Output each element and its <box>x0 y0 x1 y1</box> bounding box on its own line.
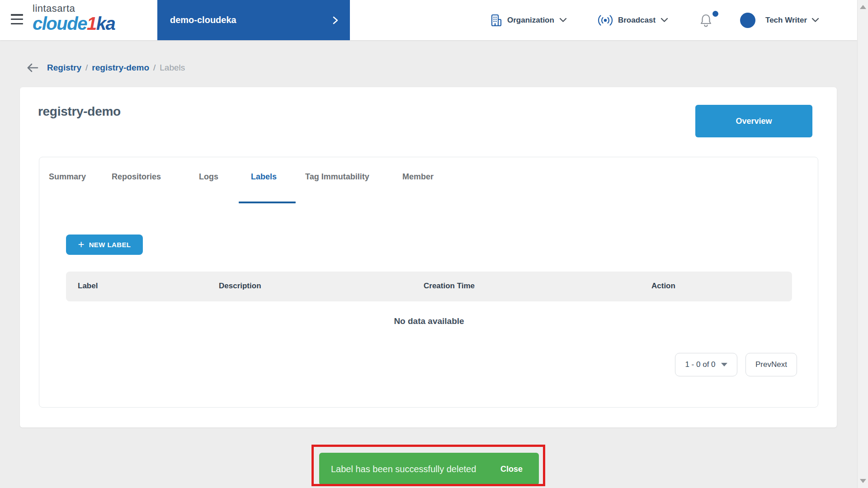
page-range-text: 1 - 0 of 0 <box>685 360 715 369</box>
chevron-right-icon <box>333 16 338 25</box>
column-header-creation-time: Creation Time <box>424 282 475 291</box>
page-title: registry-demo <box>38 104 121 119</box>
tab-summary[interactable]: Summary <box>49 172 86 182</box>
arrow-left-icon <box>25 62 39 73</box>
tab-labels[interactable]: Labels <box>251 172 277 182</box>
breadcrumb: Registry / registry-demo / Labels <box>25 62 185 73</box>
toast-close-button[interactable]: Close <box>500 465 523 474</box>
tab-tag-immutability[interactable]: Tag Immutability <box>305 172 369 182</box>
page-size-dropdown[interactable]: 1 - 0 of 0 <box>675 353 737 376</box>
user-menu[interactable]: Tech Writer <box>740 13 819 28</box>
notifications-button[interactable] <box>700 14 712 27</box>
logo-cloudeka-text: cloude1ka <box>33 14 115 33</box>
broadcast-label: Broadcast <box>618 16 656 25</box>
organization-building-icon <box>491 14 502 27</box>
scroll-up-icon[interactable] <box>860 5 866 9</box>
caret-down-icon <box>721 363 727 366</box>
active-tab-indicator <box>239 202 296 203</box>
project-name: demo-cloudeka <box>170 15 236 25</box>
empty-table-message: No data available <box>66 316 792 326</box>
chevron-down-icon <box>559 18 567 23</box>
hamburger-menu-icon[interactable] <box>11 14 23 24</box>
user-name: Tech Writer <box>765 16 807 25</box>
header-actions: Organization Broadcast <box>491 0 819 40</box>
breadcrumb-registry[interactable]: Registry <box>47 63 81 73</box>
pager-nav: Prev Next <box>745 353 797 376</box>
tab-repositories[interactable]: Repositories <box>112 172 161 182</box>
breadcrumb-labels: Labels <box>160 63 185 73</box>
app-header: lintasarta cloude1ka demo-cloudeka Organ… <box>0 0 857 40</box>
plus-icon: + <box>78 239 85 250</box>
tab-member[interactable]: Member <box>402 172 434 182</box>
scroll-down-icon[interactable] <box>860 479 866 483</box>
column-header-action: Action <box>651 282 675 291</box>
toast-message: Label has been successfully deleted <box>331 464 476 474</box>
back-button[interactable] <box>25 62 39 73</box>
registry-detail-card: registry-demo Overview Summary Repositor… <box>20 87 837 427</box>
breadcrumb-separator: / <box>153 63 156 73</box>
breadcrumb-registry-demo[interactable]: registry-demo <box>92 63 149 73</box>
chevron-down-icon <box>811 18 819 23</box>
broadcast-dropdown[interactable]: Broadcast <box>598 14 668 26</box>
tab-logs[interactable]: Logs <box>199 172 218 182</box>
column-header-label: Label <box>78 282 98 291</box>
logo-lintasarta-text: lintasarta <box>33 4 115 14</box>
chevron-down-icon <box>660 18 668 23</box>
overview-button[interactable]: Overview <box>695 105 812 137</box>
broadcast-icon <box>598 14 613 26</box>
prev-page-button[interactable]: Prev <box>755 360 771 369</box>
success-toast: Label has been successfully deleted Clos… <box>319 453 539 485</box>
avatar <box>740 13 755 28</box>
project-selector[interactable]: demo-cloudeka <box>157 0 350 40</box>
organization-label: Organization <box>507 16 554 25</box>
labels-table-header: Label Description Creation Time Action <box>66 272 792 301</box>
page-scrollbar[interactable] <box>857 0 868 488</box>
breadcrumb-separator: / <box>85 63 88 73</box>
bell-icon <box>700 14 712 27</box>
column-header-description: Description <box>219 282 261 291</box>
next-page-button[interactable]: Next <box>771 360 787 369</box>
brand-logo: lintasarta cloude1ka <box>33 4 115 33</box>
organization-dropdown[interactable]: Organization <box>491 14 567 27</box>
new-label-button[interactable]: + NEW LABEL <box>66 235 143 255</box>
tabs-panel: Summary Repositories Logs Labels Tag Imm… <box>39 157 818 408</box>
notification-dot <box>712 11 718 17</box>
